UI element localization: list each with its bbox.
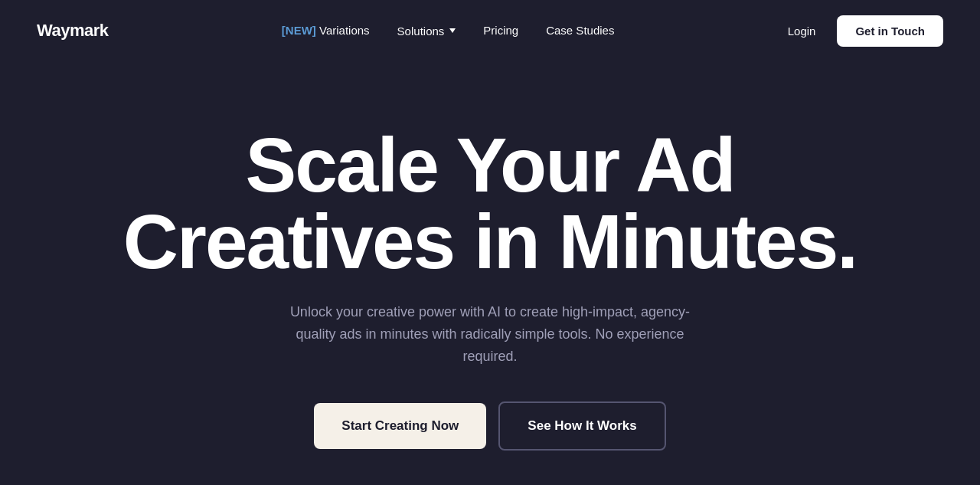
case-studies-label: Case Studies [546,24,614,37]
solutions-label: Solutions [397,25,445,38]
nav-item-variations[interactable]: [NEW] Variations [282,24,370,38]
see-how-button[interactable]: See How It Works [498,401,665,451]
hero-section: Scale Your Ad Creatives in Minutes. Unlo… [0,61,980,485]
hero-subtext: Unlock your creative power with AI to cr… [276,301,704,367]
hero-headline: Scale Your Ad Creatives in Minutes. [123,126,857,280]
headline-line2: Creatives in Minutes. [123,198,857,284]
variations-label: Variations [319,24,370,37]
start-creating-button[interactable]: Start Creating Now [314,403,486,449]
nav-item-pricing[interactable]: Pricing [483,24,518,38]
pricing-label: Pricing [483,24,518,37]
hero-buttons: Start Creating Now See How It Works [314,401,665,451]
get-in-touch-button[interactable]: Get in Touch [837,15,943,47]
navbar: Waymark [NEW] Variations Solutions Prici… [0,0,980,61]
headline-line1: Scale Your Ad [245,122,734,208]
chevron-down-icon [449,28,456,33]
nav-item-case-studies[interactable]: Case Studies [546,24,614,38]
nav-links: [NEW] Variations Solutions Pricing Case … [282,24,615,38]
nav-right: Login Get in Touch [788,15,943,47]
login-link[interactable]: Login [788,25,816,38]
nav-item-solutions[interactable]: Solutions [397,25,456,38]
logo[interactable]: Waymark [37,21,109,41]
new-badge: [NEW] [282,24,316,37]
